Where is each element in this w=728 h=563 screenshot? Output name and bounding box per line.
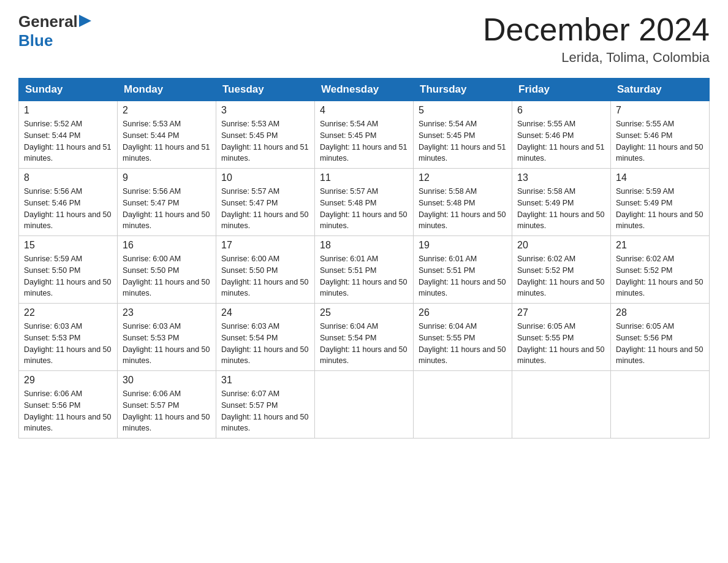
day-number: 12 [419, 172, 507, 183]
day-number: 25 [320, 307, 408, 318]
svg-marker-0 [79, 15, 91, 27]
location-subtitle: Lerida, Tolima, Colombia [483, 50, 710, 66]
calendar-cell: 30 Sunrise: 6:06 AMSunset: 5:57 PMDaylig… [118, 371, 216, 439]
calendar-cell: 6 Sunrise: 5:55 AMSunset: 5:46 PMDayligh… [512, 101, 611, 169]
day-info: Sunrise: 5:56 AMSunset: 5:46 PMDaylight:… [24, 187, 111, 230]
calendar-cell [414, 371, 512, 439]
calendar-cell: 8 Sunrise: 5:56 AMSunset: 5:46 PMDayligh… [19, 169, 118, 236]
day-number: 20 [517, 240, 605, 251]
header-day-thursday: Thursday [414, 79, 512, 101]
day-number: 4 [320, 105, 408, 116]
logo-blue: Blue [18, 31, 53, 50]
calendar-cell: 2 Sunrise: 5:53 AMSunset: 5:44 PMDayligh… [118, 101, 216, 169]
logo: General Blue [18, 12, 91, 50]
calendar-cell: 5 Sunrise: 5:54 AMSunset: 5:45 PMDayligh… [414, 101, 512, 169]
logo-general: General [18, 12, 78, 31]
calendar-cell: 4 Sunrise: 5:54 AMSunset: 5:45 PMDayligh… [315, 101, 414, 169]
calendar-cell: 3 Sunrise: 5:53 AMSunset: 5:45 PMDayligh… [216, 101, 315, 169]
calendar-cell: 21 Sunrise: 6:02 AMSunset: 5:52 PMDaylig… [611, 236, 710, 304]
day-number: 10 [221, 172, 309, 183]
day-number: 13 [517, 172, 605, 183]
calendar-cell [512, 371, 611, 439]
day-number: 6 [517, 105, 605, 116]
calendar-cell: 14 Sunrise: 5:59 AMSunset: 5:49 PMDaylig… [611, 169, 710, 236]
header-day-monday: Monday [118, 79, 216, 101]
day-number: 3 [221, 105, 309, 116]
day-number: 30 [123, 375, 211, 386]
day-number: 31 [221, 375, 309, 386]
calendar-cell: 7 Sunrise: 5:55 AMSunset: 5:46 PMDayligh… [611, 101, 710, 169]
day-number: 29 [24, 375, 112, 386]
day-number: 2 [123, 105, 211, 116]
day-info: Sunrise: 6:05 AMSunset: 5:55 PMDaylight:… [517, 322, 604, 365]
calendar-header-row: SundayMondayTuesdayWednesdayThursdayFrid… [19, 79, 710, 101]
day-info: Sunrise: 5:53 AMSunset: 5:44 PMDaylight:… [123, 120, 210, 163]
header-day-wednesday: Wednesday [315, 79, 414, 101]
calendar-cell: 12 Sunrise: 5:58 AMSunset: 5:48 PMDaylig… [414, 169, 512, 236]
day-info: Sunrise: 6:06 AMSunset: 5:56 PMDaylight:… [24, 389, 111, 432]
calendar-cell: 19 Sunrise: 6:01 AMSunset: 5:51 PMDaylig… [414, 236, 512, 304]
day-number: 5 [419, 105, 507, 116]
calendar-cell: 13 Sunrise: 5:58 AMSunset: 5:49 PMDaylig… [512, 169, 611, 236]
day-info: Sunrise: 5:58 AMSunset: 5:48 PMDaylight:… [419, 187, 506, 230]
title-block: December 2024 Lerida, Tolima, Colombia [483, 12, 710, 66]
day-info: Sunrise: 6:07 AMSunset: 5:57 PMDaylight:… [221, 389, 308, 432]
header-day-friday: Friday [512, 79, 611, 101]
calendar-cell: 11 Sunrise: 5:57 AMSunset: 5:48 PMDaylig… [315, 169, 414, 236]
day-number: 11 [320, 172, 408, 183]
calendar-cell: 18 Sunrise: 6:01 AMSunset: 5:51 PMDaylig… [315, 236, 414, 304]
day-info: Sunrise: 6:02 AMSunset: 5:52 PMDaylight:… [517, 255, 604, 297]
day-info: Sunrise: 6:03 AMSunset: 5:54 PMDaylight:… [221, 322, 308, 365]
day-info: Sunrise: 5:59 AMSunset: 5:50 PMDaylight:… [24, 255, 111, 297]
logo-triangle-icon [79, 15, 91, 27]
calendar-week-row: 8 Sunrise: 5:56 AMSunset: 5:46 PMDayligh… [19, 169, 710, 236]
calendar-cell [315, 371, 414, 439]
calendar-cell: 28 Sunrise: 6:05 AMSunset: 5:56 PMDaylig… [611, 304, 710, 371]
calendar-cell [611, 371, 710, 439]
day-info: Sunrise: 5:53 AMSunset: 5:45 PMDaylight:… [221, 120, 308, 163]
calendar-cell: 23 Sunrise: 6:03 AMSunset: 5:53 PMDaylig… [118, 304, 216, 371]
day-info: Sunrise: 5:56 AMSunset: 5:47 PMDaylight:… [123, 187, 210, 230]
day-info: Sunrise: 5:59 AMSunset: 5:49 PMDaylight:… [616, 187, 703, 230]
day-info: Sunrise: 6:03 AMSunset: 5:53 PMDaylight:… [123, 322, 210, 365]
day-number: 24 [221, 307, 309, 318]
calendar-cell: 26 Sunrise: 6:04 AMSunset: 5:55 PMDaylig… [414, 304, 512, 371]
day-number: 9 [123, 172, 211, 183]
day-number: 7 [616, 105, 704, 116]
calendar-week-row: 1 Sunrise: 5:52 AMSunset: 5:44 PMDayligh… [19, 101, 710, 169]
calendar-cell: 9 Sunrise: 5:56 AMSunset: 5:47 PMDayligh… [118, 169, 216, 236]
day-info: Sunrise: 5:54 AMSunset: 5:45 PMDaylight:… [419, 120, 506, 163]
day-info: Sunrise: 5:55 AMSunset: 5:46 PMDaylight:… [517, 120, 604, 163]
month-year-title: December 2024 [483, 12, 710, 47]
day-number: 23 [123, 307, 211, 318]
day-info: Sunrise: 6:01 AMSunset: 5:51 PMDaylight:… [419, 255, 506, 297]
header-day-saturday: Saturday [611, 79, 710, 101]
day-info: Sunrise: 6:04 AMSunset: 5:54 PMDaylight:… [320, 322, 407, 365]
day-number: 27 [517, 307, 605, 318]
day-number: 28 [616, 307, 704, 318]
day-info: Sunrise: 5:57 AMSunset: 5:48 PMDaylight:… [320, 187, 407, 230]
calendar-cell: 20 Sunrise: 6:02 AMSunset: 5:52 PMDaylig… [512, 236, 611, 304]
calendar-week-row: 15 Sunrise: 5:59 AMSunset: 5:50 PMDaylig… [19, 236, 710, 304]
calendar-week-row: 29 Sunrise: 6:06 AMSunset: 5:56 PMDaylig… [19, 371, 710, 439]
calendar-week-row: 22 Sunrise: 6:03 AMSunset: 5:53 PMDaylig… [19, 304, 710, 371]
day-info: Sunrise: 6:03 AMSunset: 5:53 PMDaylight:… [24, 322, 111, 365]
day-info: Sunrise: 5:57 AMSunset: 5:47 PMDaylight:… [221, 187, 308, 230]
day-number: 15 [24, 240, 112, 251]
calendar-cell: 25 Sunrise: 6:04 AMSunset: 5:54 PMDaylig… [315, 304, 414, 371]
calendar-cell: 17 Sunrise: 6:00 AMSunset: 5:50 PMDaylig… [216, 236, 315, 304]
day-info: Sunrise: 5:58 AMSunset: 5:49 PMDaylight:… [517, 187, 604, 230]
day-info: Sunrise: 6:00 AMSunset: 5:50 PMDaylight:… [221, 255, 308, 297]
day-info: Sunrise: 5:52 AMSunset: 5:44 PMDaylight:… [24, 120, 111, 163]
calendar-table: SundayMondayTuesdayWednesdayThursdayFrid… [18, 78, 710, 439]
day-number: 19 [419, 240, 507, 251]
page-header: General Blue December 2024 Lerida, Tolim… [18, 12, 710, 66]
day-info: Sunrise: 6:01 AMSunset: 5:51 PMDaylight:… [320, 255, 407, 297]
day-info: Sunrise: 6:05 AMSunset: 5:56 PMDaylight:… [616, 322, 703, 365]
calendar-cell: 1 Sunrise: 5:52 AMSunset: 5:44 PMDayligh… [19, 101, 118, 169]
day-info: Sunrise: 5:54 AMSunset: 5:45 PMDaylight:… [320, 120, 407, 163]
day-number: 8 [24, 172, 112, 183]
header-day-tuesday: Tuesday [216, 79, 315, 101]
day-number: 26 [419, 307, 507, 318]
day-info: Sunrise: 5:55 AMSunset: 5:46 PMDaylight:… [616, 120, 703, 163]
